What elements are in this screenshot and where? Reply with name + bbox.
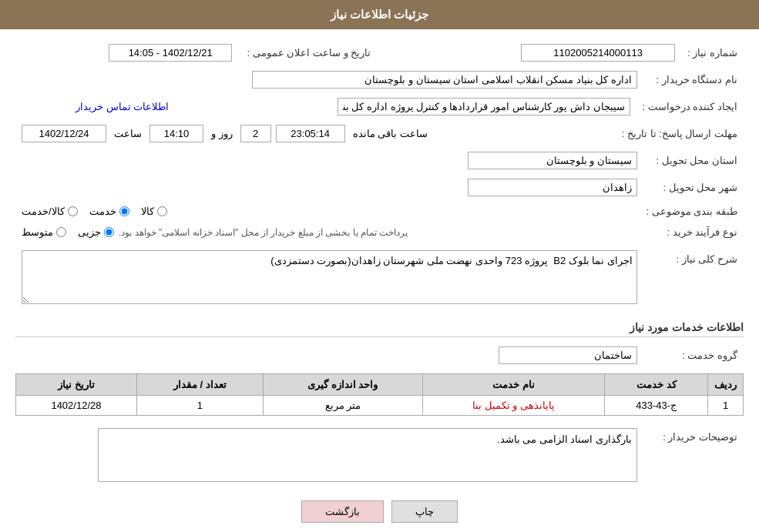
khadamat-section-title: اطلاعات خدمات مورد نیاز [15,321,744,337]
mohlat-label: مهلت ارسال پاسخ: تا تاریخ : [616,122,744,146]
cell-kodKhedmat: ج-43-433 [605,396,708,416]
shomareNiaz-input[interactable] [521,44,675,62]
namDastgah-input[interactable] [252,71,637,89]
radio-kala-khedmat: کالا/خدمت [22,206,78,217]
header-title: جزئیات اطلاعات نیاز [331,8,428,21]
mohlat-days-input[interactable] [240,125,271,142]
mohlat-time-label: ساعت [114,128,142,139]
radio-kala-khedmat-label: کالا/خدمت [22,206,65,217]
tarikh-elan-label: تاریخ و ساعت اعلان عمومی : [238,41,377,65]
col-vahed: واحد اندازه گیری [263,374,422,396]
col-tarikh: تاریخ نیاز [16,374,137,396]
radio-khedmat-input[interactable] [119,206,129,216]
services-table: ردیف کد خدمت نام خدمت واحد اندازه گیری ت… [15,373,744,416]
radio-motavasset: متوسط [22,226,66,238]
col-kodKhedmat: کد خدمت [605,374,708,396]
cell-tedad: 1 [136,396,263,416]
radio-kala-label: کالا [141,206,154,217]
radio-jozi-input[interactable] [104,227,114,237]
ijadKonande-input[interactable] [338,98,630,115]
namDastgah-label: نام دستگاه خریدار : [643,68,744,92]
ostan-input[interactable] [468,152,637,169]
sharhKoli-textarea[interactable]: اجرای نما بلوک B2 پروژه 723 واحدی نهضت م… [22,250,637,304]
radio-jozi: جزیی [78,226,114,238]
radio-motavasset-input[interactable] [56,227,66,237]
shahr-label: شهر محل تحویل : [643,176,744,199]
toseifat-label: توضیحات خریدار : [643,425,744,485]
toseifat-content: بارگذاری اسناد الزامی می باشد. [98,428,637,482]
ijadKonande-label: ایجاد کننده درخواست : [636,95,744,119]
contact-info-link[interactable]: اطلاعات تماس خریدار [76,101,169,112]
cell-tarikh: 1402/12/28 [16,396,137,416]
mohlat-time-input[interactable] [149,125,203,142]
sharhKoli-label: شرح کلی نیاز : [643,247,744,309]
radio-khedmat: خدمت [89,206,129,217]
back-button[interactable]: بازگشت [301,500,384,523]
groheKhedmat-label: گروه خدمت : [643,343,744,367]
radio-kala: کالا [141,206,167,217]
cell-vahed: متر مربع [263,396,422,416]
mohlat-date-input[interactable] [22,125,106,142]
radio-khedmat-label: خدمت [89,206,116,217]
shomareNiaz-label: شماره نیاز : [681,41,744,65]
radio-kala-input[interactable] [157,206,167,216]
tabaqeBandi-label: طبقه بندی موضوعی : [640,202,744,220]
tarikh-elan-input[interactable] [109,44,232,62]
table-row: 1 ج-43-433 پایانذهی و تکمیل بنا متر مربع… [16,396,744,416]
bottom-buttons: چاپ بازگشت [15,500,744,523]
col-namKhedmat: نام خدمت [422,374,605,396]
print-button[interactable]: چاپ [391,500,458,523]
shahr-input[interactable] [468,179,637,196]
groheKhedmat-input[interactable] [499,346,637,364]
mohlat-days-label: روز و [211,128,233,139]
noeFarayand-label: نوع فرآیند خرید : [643,223,744,241]
col-tedad: تعداد / مقدار [136,374,263,396]
radio-motavasset-label: متوسط [22,226,53,238]
ostan-label: استان محل تحویل : [643,149,744,172]
radio-jozi-label: جزیی [78,226,101,238]
page-header: جزئیات اطلاعات نیاز [0,0,759,29]
cell-namKhedmat: پایانذهی و تکمیل بنا [422,396,605,416]
shomareNiaz-value-cell [408,41,681,65]
toseifat-text: بارگذاری اسناد الزامی می باشد. [497,433,632,445]
mohlat-remaining-label: ساعت باقی مانده [353,128,428,139]
farayand-note: پرداخت تمام یا بخشی از مبلغ خریدار از مح… [119,227,408,238]
col-radif: ردیف [708,374,744,396]
cell-radif: 1 [708,396,744,416]
radio-kala-khedmat-input[interactable] [68,206,78,216]
mohlat-remaining-input[interactable] [276,125,345,142]
